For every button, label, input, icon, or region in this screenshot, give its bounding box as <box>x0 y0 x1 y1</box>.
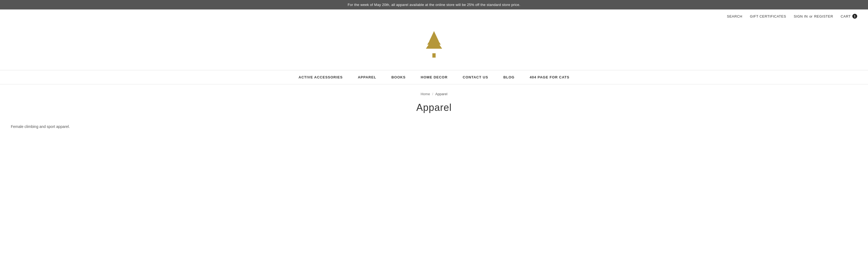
nav-item-contact-us[interactable]: CONTACT US <box>455 70 496 84</box>
breadcrumb-home[interactable]: Home <box>421 92 430 96</box>
breadcrumb-separator: / <box>432 92 433 96</box>
announcement-bar: For the week of May 20th, all apparel av… <box>0 0 868 9</box>
logo-link[interactable] <box>423 31 445 59</box>
nav-item-home-decor[interactable]: HOME DECOR <box>413 70 455 84</box>
page-description: Female climbing and sport apparel. <box>11 124 232 130</box>
main-nav: ACTIVE ACCESSORIES APPAREL BOOKS HOME DE… <box>0 70 868 84</box>
logo-tree-icon <box>423 31 445 58</box>
nav-item-apparel[interactable]: APPAREL <box>350 70 384 84</box>
cart-badge: 1 <box>852 14 857 19</box>
breadcrumb-area: Home / Apparel <box>0 84 868 99</box>
gift-certificates-link[interactable]: GIFT CERTIFICATES <box>750 14 786 18</box>
nav-item-404-page-for-cats[interactable]: 404 PAGE FOR CATS <box>522 70 577 84</box>
cart-link[interactable]: CART 1 <box>841 14 857 19</box>
page-title-area: Apparel <box>0 99 868 121</box>
nav-item-blog[interactable]: BLOG <box>496 70 522 84</box>
auth-links: SIGN IN or REGISTER <box>794 14 833 18</box>
logo-area <box>0 23 868 70</box>
breadcrumb: Home / Apparel <box>421 92 447 96</box>
utility-nav: SEARCH GIFT CERTIFICATES SIGN IN or REGI… <box>0 9 868 23</box>
auth-separator: or <box>809 14 813 18</box>
nav-item-books[interactable]: BOOKS <box>384 70 413 84</box>
svg-marker-3 <box>429 31 439 42</box>
register-link[interactable]: REGISTER <box>814 14 833 18</box>
svg-rect-0 <box>432 53 436 58</box>
nav-item-active-accessories[interactable]: ACTIVE ACCESSORIES <box>291 70 350 84</box>
page-title: Apparel <box>0 102 868 113</box>
sign-in-link[interactable]: SIGN IN <box>794 14 808 18</box>
announcement-text: For the week of May 20th, all apparel av… <box>348 3 520 7</box>
page-description-area: Female climbing and sport apparel. <box>0 121 243 138</box>
breadcrumb-current: Apparel <box>435 92 447 96</box>
cart-label: CART <box>841 14 851 18</box>
search-link[interactable]: SEARCH <box>727 14 742 18</box>
